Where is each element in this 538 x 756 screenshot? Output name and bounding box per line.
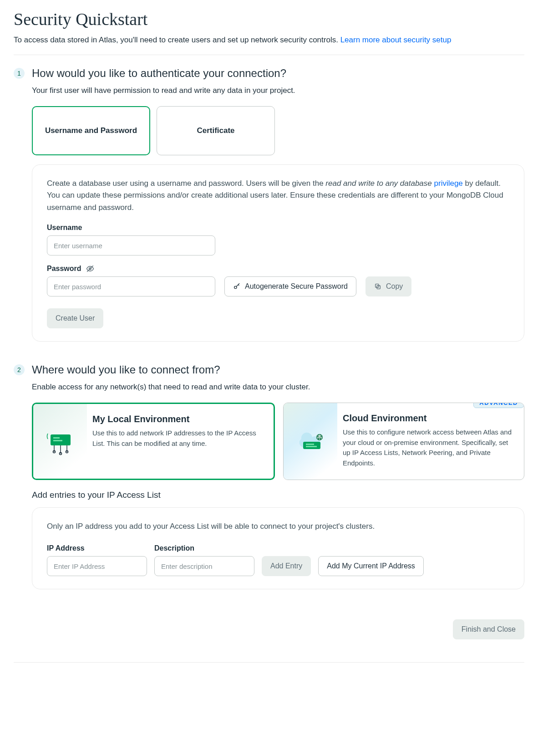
- description-input[interactable]: [154, 556, 254, 576]
- cloud-env-illustration: [284, 403, 337, 480]
- ip-panel-text: Only an IP address you add to your Acces…: [47, 521, 509, 532]
- step-2-desc: Enable access for any network(s) that ne…: [32, 383, 524, 392]
- username-input[interactable]: [47, 235, 215, 255]
- add-current-ip-button[interactable]: Add My Current IP Address: [318, 556, 424, 576]
- local-env-illustration: [33, 404, 87, 479]
- page-title: Security Quickstart: [14, 9, 524, 29]
- svg-rect-14: [303, 442, 320, 449]
- ip-access-panel: Only an IP address you add to your Acces…: [32, 507, 524, 589]
- ip-address-input[interactable]: [47, 556, 147, 576]
- copy-button[interactable]: Copy: [365, 276, 411, 296]
- ip-access-heading: Add entries to your IP Access List: [32, 490, 524, 500]
- step-2-title: Where would you like to connect from?: [32, 363, 220, 376]
- svg-rect-7: [53, 440, 62, 441]
- svg-rect-6: [53, 437, 60, 439]
- description-label: Description: [154, 544, 254, 552]
- step-1-badge: 1: [14, 68, 25, 79]
- privilege-link[interactable]: privilege: [434, 179, 463, 188]
- svg-rect-15: [306, 444, 314, 445]
- local-env-desc: Use this to add network IP addresses to …: [92, 428, 264, 449]
- auth-panel-text: Create a database user using a username …: [47, 178, 509, 214]
- copy-icon: [374, 283, 381, 290]
- copy-label: Copy: [386, 282, 403, 291]
- autogenerate-label: Autogenerate Secure Password: [245, 282, 348, 291]
- step-1-section: 1 How would you like to authenticate you…: [14, 67, 524, 342]
- local-env-title: My Local Environment: [92, 414, 264, 424]
- panel-text-1: Create a database user using a username …: [47, 179, 325, 188]
- subtitle-text: To access data stored in Atlas, you'll n…: [14, 36, 340, 44]
- finish-close-button[interactable]: Finish and Close: [453, 619, 524, 639]
- username-label: Username: [47, 224, 509, 232]
- tab-certificate[interactable]: Certificate: [157, 106, 275, 155]
- env-card-cloud[interactable]: ADVANCED Cloud Environment Use this to c…: [283, 403, 524, 480]
- step-2-badge: 2: [14, 364, 25, 375]
- create-user-button[interactable]: Create User: [47, 308, 103, 328]
- svg-rect-16: [306, 446, 317, 447]
- key-icon: [233, 283, 240, 290]
- password-label: Password: [47, 265, 81, 273]
- ip-address-label: IP Address: [47, 544, 147, 552]
- panel-text-em: read and write to any database: [325, 179, 434, 188]
- learn-more-link[interactable]: Learn more about security setup: [340, 36, 452, 44]
- step-1-desc: Your first user will have permission to …: [32, 86, 524, 95]
- cloud-env-desc: Use this to configure network access bet…: [343, 427, 514, 468]
- env-card-local[interactable]: My Local Environment Use this to add net…: [32, 403, 275, 480]
- add-entry-button[interactable]: Add Entry: [262, 556, 311, 576]
- password-input[interactable]: [47, 276, 215, 296]
- autogenerate-password-button[interactable]: Autogenerate Secure Password: [224, 276, 356, 296]
- step-2-section: 2 Where would you like to connect from? …: [14, 363, 524, 589]
- advanced-badge: ADVANCED: [473, 403, 524, 408]
- cloud-env-title: Cloud Environment: [343, 413, 514, 424]
- tab-username-password[interactable]: Username and Password: [32, 106, 150, 155]
- svg-point-2: [234, 286, 237, 288]
- step-1-title: How would you like to authenticate your …: [32, 67, 286, 80]
- eye-off-icon[interactable]: [86, 265, 94, 273]
- page-subtitle: To access data stored in Atlas, you'll n…: [14, 36, 524, 55]
- auth-panel: Create a database user using a username …: [32, 164, 524, 342]
